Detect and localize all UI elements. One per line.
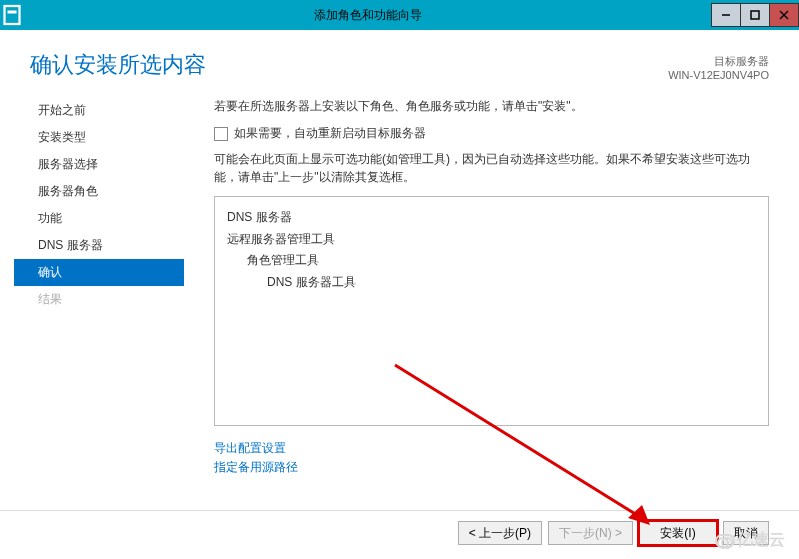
wizard-steps-sidebar: 开始之前安装类型服务器选择服务器角色功能DNS 服务器确认结果 xyxy=(14,91,184,478)
selected-features-list: DNS 服务器远程服务器管理工具角色管理工具DNS 服务器工具 xyxy=(214,196,769,426)
wizard-footer: < 上一步(P) 下一步(N) > 安装(I) 取消 xyxy=(0,510,799,559)
sidebar-item-step-4[interactable]: 功能 xyxy=(14,205,184,232)
sidebar-item-step-5[interactable]: DNS 服务器 xyxy=(14,232,184,259)
watermark: 亿速云 xyxy=(715,530,785,551)
window-controls xyxy=(712,3,799,27)
wizard-content: 若要在所选服务器上安装以下角色、角色服务或功能，请单击"安装"。 如果需要，自动… xyxy=(184,91,785,478)
export-config-link[interactable]: 导出配置设置 xyxy=(214,440,769,457)
watermark-text: 亿速云 xyxy=(737,530,785,551)
next-button: 下一步(N) > xyxy=(548,521,633,545)
alternate-source-link[interactable]: 指定备用源路径 xyxy=(214,459,769,476)
auto-restart-label: 如果需要，自动重新启动目标服务器 xyxy=(234,125,426,142)
close-button[interactable] xyxy=(769,3,799,27)
svg-rect-1 xyxy=(8,11,17,14)
note-text: 可能会在此页面上显示可选功能(如管理工具)，因为已自动选择这些功能。如果不希望安… xyxy=(214,150,769,186)
sidebar-item-step-2[interactable]: 服务器选择 xyxy=(14,151,184,178)
target-label: 目标服务器 xyxy=(668,54,769,69)
install-button[interactable]: 安装(I) xyxy=(639,521,717,545)
minimize-button[interactable] xyxy=(711,3,741,27)
intro-text: 若要在所选服务器上安装以下角色、角色服务或功能，请单击"安装"。 xyxy=(214,97,769,115)
title-bar: 添加角色和功能向导 xyxy=(0,0,799,30)
target-info: 目标服务器 WIN-V12EJ0NV4PO xyxy=(668,50,769,81)
maximize-button[interactable] xyxy=(740,3,770,27)
page-title: 确认安装所选内容 xyxy=(30,50,206,81)
feature-item: DNS 服务器 xyxy=(227,207,756,229)
sidebar-item-step-3[interactable]: 服务器角色 xyxy=(14,178,184,205)
feature-item: 远程服务器管理工具 xyxy=(227,229,756,251)
watermark-icon xyxy=(715,534,735,548)
svg-rect-3 xyxy=(751,11,759,19)
sidebar-item-step-1[interactable]: 安装类型 xyxy=(14,124,184,151)
target-server: WIN-V12EJ0NV4PO xyxy=(668,69,769,81)
wizard-header: 确认安装所选内容 目标服务器 WIN-V12EJ0NV4PO xyxy=(0,30,799,91)
auto-restart-checkbox[interactable] xyxy=(214,127,228,141)
sidebar-item-step-0[interactable]: 开始之前 xyxy=(14,97,184,124)
svg-rect-0 xyxy=(5,6,20,24)
previous-button[interactable]: < 上一步(P) xyxy=(458,521,542,545)
feature-item: DNS 服务器工具 xyxy=(227,272,756,294)
feature-item: 角色管理工具 xyxy=(227,250,756,272)
sidebar-item-step-7: 结果 xyxy=(14,286,184,313)
window-title: 添加角色和功能向导 xyxy=(24,7,712,24)
app-icon xyxy=(0,0,24,30)
sidebar-item-step-6[interactable]: 确认 xyxy=(14,259,184,286)
